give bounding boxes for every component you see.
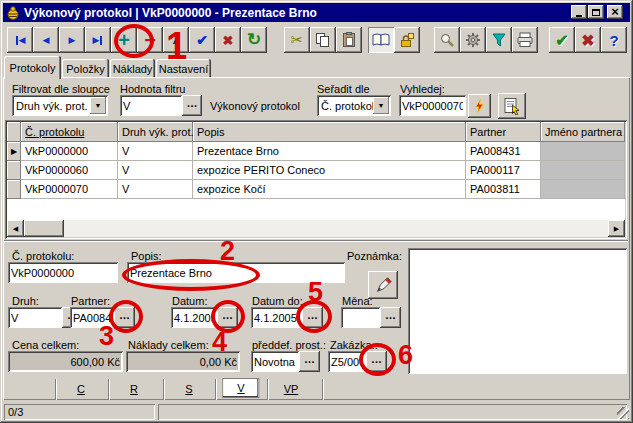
edit-icon: ▲: [171, 34, 182, 46]
toolbar-settings-button[interactable]: [460, 27, 486, 53]
resize-grip[interactable]: [617, 407, 629, 419]
search-input[interactable]: [399, 95, 466, 116]
last-record-icon: [100, 36, 102, 45]
table-row[interactable]: VkP0000060 V expozice PERITO Coneco PA00…: [7, 161, 625, 180]
type-button-s[interactable]: S: [179, 381, 198, 397]
status-counter-panel: 0/3: [4, 404, 155, 420]
search-execute-button[interactable]: [468, 94, 491, 118]
tab-naklady[interactable]: Náklady: [110, 59, 155, 78]
column-header-partner[interactable]: Partner: [466, 122, 541, 142]
datum-label: Datum:: [172, 295, 207, 307]
toolbar-last-button[interactable]: ▶: [85, 27, 111, 53]
toolbar-refresh-button[interactable]: ↻: [241, 27, 267, 53]
close-button[interactable]: ×: [607, 5, 623, 19]
zakazka-label: Zakázka.:: [330, 339, 378, 351]
scroll-right-button[interactable]: ▶: [608, 220, 625, 237]
divider: [215, 379, 216, 400]
druh-label: Druh:: [12, 295, 39, 307]
filter-column-select[interactable]: Druh výk. prot. ▼: [12, 95, 108, 116]
popis-input[interactable]: [127, 262, 345, 283]
scrollbar-thumb[interactable]: [24, 220, 64, 237]
filter-funnel-icon: [491, 32, 507, 48]
toolbar-first-button[interactable]: ◀: [7, 27, 33, 53]
datum-do-input[interactable]: [251, 307, 302, 328]
filter-value-ellipsis-button[interactable]: …: [182, 95, 202, 116]
record-counter: 0/3: [8, 406, 23, 418]
scroll-left-button[interactable]: ◀: [7, 220, 24, 237]
chevron-down-icon[interactable]: ▼: [90, 97, 106, 114]
type-button-c[interactable]: C: [71, 381, 91, 397]
protocol-table: Č. protokolu Druh výk. prot. Popis Partn…: [5, 120, 627, 239]
zakazka-input[interactable]: [328, 351, 366, 372]
preddef-input[interactable]: [251, 351, 299, 372]
toolbar-cancel-button[interactable]: ✖: [575, 27, 601, 53]
partner-label: Partner:: [71, 295, 110, 307]
toolbar-lock-button[interactable]: [394, 27, 420, 53]
table-row[interactable]: ▶ VkP0000000 V Prezentace Brno PA008431: [7, 142, 625, 161]
protocol-type-text: Výkonový protokol: [210, 100, 300, 112]
toolbar-prev-button[interactable]: ◀: [33, 27, 59, 53]
minimize-icon: [576, 15, 582, 17]
maximize-button[interactable]: [588, 5, 604, 19]
filter-column-label: Filtrovat dle sloupce: [12, 83, 110, 95]
refresh-icon: ↻: [247, 32, 261, 48]
tab-polozky[interactable]: Položky: [62, 59, 109, 78]
partner-input[interactable]: [70, 307, 114, 328]
toolbar-post-button[interactable]: ✔: [189, 27, 215, 53]
printer-icon: [516, 32, 534, 48]
type-button-vp[interactable]: VP: [278, 381, 305, 397]
row-selector-arrow: ▶: [7, 142, 21, 161]
mena-input[interactable]: [341, 307, 380, 328]
type-button-v[interactable]: V: [223, 379, 258, 397]
sort-select[interactable]: Č. protokol ▼: [317, 95, 391, 116]
datum-input[interactable]: [171, 307, 217, 328]
toolbar-filter-button[interactable]: [486, 27, 512, 53]
filter-value-input[interactable]: [120, 95, 182, 116]
divider: [163, 379, 164, 400]
lock-icon: [399, 32, 415, 48]
status-message-panel: [158, 404, 627, 420]
datum-ellipsis-button[interactable]: …: [217, 307, 238, 328]
column-header-jmeno-partnera[interactable]: Jméno partnera: [541, 122, 625, 142]
column-header-popis[interactable]: Popis: [193, 122, 466, 142]
toolbar-next-button[interactable]: ▶: [59, 27, 85, 53]
toolbar-help-button[interactable]: ?: [601, 27, 627, 53]
toolbar-cut-button[interactable]: ✂: [284, 27, 310, 53]
table-row[interactable]: VkP0000070 V expozice Kočí PA003811: [7, 180, 625, 199]
divider: [108, 379, 109, 400]
divider: [267, 379, 268, 400]
post-check-icon: ✔: [196, 32, 208, 48]
toolbar-delete-button[interactable]: −: [137, 27, 163, 53]
druh-input[interactable]: [8, 307, 62, 328]
chevron-down-icon[interactable]: ▼: [373, 97, 389, 114]
first-record-icon: [16, 36, 18, 45]
tab-protokoly[interactable]: Protokoly: [4, 56, 61, 79]
toolbar-browse-button[interactable]: [368, 27, 394, 53]
mena-label: Měna:: [342, 295, 373, 307]
cena-input: [8, 351, 123, 372]
toolbar-print-button[interactable]: [512, 27, 538, 53]
toolbar-edit-button[interactable]: ▲: [163, 27, 189, 53]
toolbar-ok-button[interactable]: ✔: [549, 27, 575, 53]
zakazka-ellipsis-button[interactable]: …: [366, 351, 387, 372]
toolbar-cancel-edit-button[interactable]: ✖: [215, 27, 241, 53]
datum-do-ellipsis-button[interactable]: …: [302, 307, 323, 328]
scrollbar-track[interactable]: [64, 220, 608, 237]
toolbar-search-button[interactable]: [434, 27, 460, 53]
column-header-protokol[interactable]: Č. protokolu: [21, 122, 118, 142]
toolbar-copy-button[interactable]: [310, 27, 336, 53]
horizontal-scrollbar[interactable]: ◀ ▶: [7, 220, 625, 237]
note-textarea[interactable]: [408, 248, 627, 374]
protocol-number-input[interactable]: [8, 262, 118, 283]
partner-ellipsis-button[interactable]: …: [114, 307, 135, 328]
mena-ellipsis-button[interactable]: …: [380, 307, 401, 328]
toolbar-add-button[interactable]: +: [111, 27, 137, 53]
window-title: Výkonový protokol | VkP0000000 - Prezent…: [24, 6, 317, 20]
type-button-r[interactable]: R: [124, 381, 144, 397]
minimize-button[interactable]: [571, 5, 587, 19]
column-header-druh[interactable]: Druh výk. prot.: [118, 122, 193, 142]
tab-nastaveni[interactable]: Nastavení: [156, 59, 211, 78]
form-select-button[interactable]: [498, 93, 526, 119]
preddef-ellipsis-button[interactable]: …: [299, 351, 320, 372]
toolbar-paste-button[interactable]: [336, 27, 362, 53]
